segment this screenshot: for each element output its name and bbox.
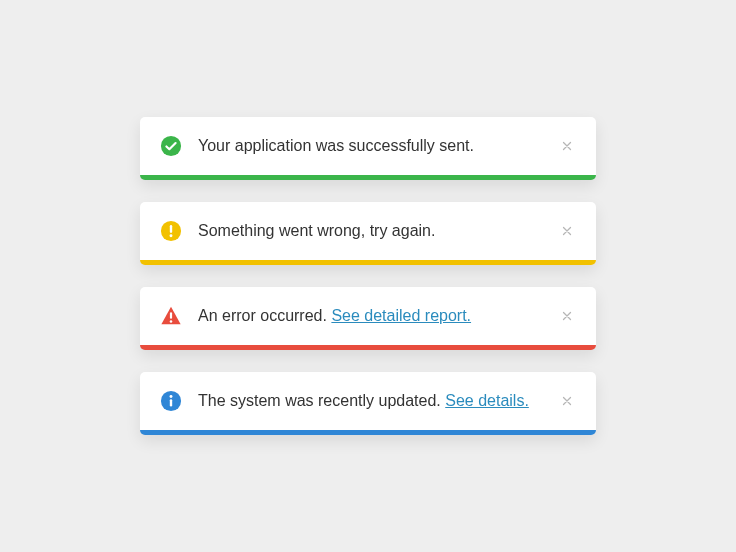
- check-circle-icon: [160, 135, 182, 157]
- exclamation-circle-icon: [160, 220, 182, 242]
- toast-message-text: An error occurred.: [198, 307, 331, 324]
- close-button[interactable]: [558, 137, 576, 155]
- svg-rect-8: [170, 399, 172, 406]
- svg-point-0: [161, 136, 181, 156]
- toast-success: Your application was successfully sent.: [140, 117, 596, 180]
- exclamation-triangle-icon: [160, 305, 182, 327]
- toast-message: An error occurred. See detailed report.: [198, 306, 546, 327]
- info-circle-icon: [160, 390, 182, 412]
- close-button[interactable]: [558, 222, 576, 240]
- toast-error: An error occurred. See detailed report.: [140, 287, 596, 350]
- toast-info: The system was recently updated. See det…: [140, 372, 596, 435]
- toast-message: Your application was successfully sent.: [198, 136, 546, 157]
- svg-point-7: [170, 395, 173, 398]
- toast-message-text: The system was recently updated.: [198, 392, 445, 409]
- svg-rect-2: [170, 225, 172, 233]
- toast-link[interactable]: See details.: [445, 392, 529, 409]
- svg-rect-4: [170, 312, 172, 318]
- toast-link[interactable]: See detailed report.: [331, 307, 471, 324]
- svg-point-5: [170, 320, 173, 323]
- toast-message: Something went wrong, try again.: [198, 221, 546, 242]
- svg-point-3: [170, 234, 173, 237]
- toast-message: The system was recently updated. See det…: [198, 391, 546, 412]
- close-button[interactable]: [558, 392, 576, 410]
- close-button[interactable]: [558, 307, 576, 325]
- toast-warning: Something went wrong, try again.: [140, 202, 596, 265]
